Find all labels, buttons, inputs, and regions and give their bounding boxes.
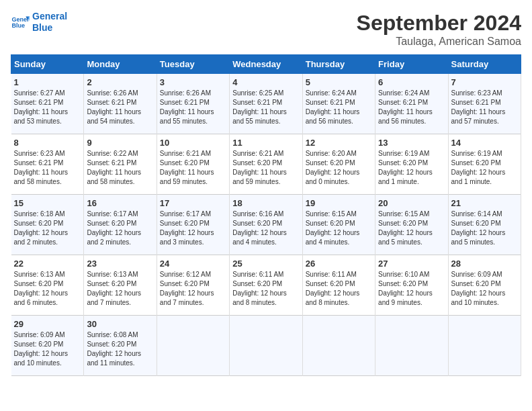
day-info: Sunrise: 6:16 AM Sunset: 6:20 PM Dayligh…	[232, 210, 299, 247]
logo-line2: Blue	[32, 22, 67, 34]
day-number: 24	[160, 259, 226, 269]
header-cell-thursday: Thursday	[302, 55, 375, 74]
day-info: Sunrise: 6:11 AM Sunset: 6:20 PM Dayligh…	[306, 270, 372, 308]
header-cell-saturday: Saturday	[448, 55, 521, 74]
calendar-cell: 7Sunrise: 6:23 AM Sunset: 6:21 PM Daylig…	[448, 74, 521, 134]
calendar-body: 1Sunrise: 6:27 AM Sunset: 6:21 PM Daylig…	[11, 74, 521, 376]
calendar-cell: 22Sunrise: 6:13 AM Sunset: 6:20 PM Dayli…	[11, 255, 84, 316]
day-number: 7	[451, 77, 518, 87]
calendar-cell: 26Sunrise: 6:11 AM Sunset: 6:20 PM Dayli…	[302, 255, 375, 316]
svg-text:Blue: Blue	[11, 22, 25, 29]
day-number: 8	[14, 138, 81, 148]
day-number: 23	[87, 259, 153, 269]
month-title: September 2024	[357, 11, 521, 36]
day-info: Sunrise: 6:22 AM Sunset: 6:21 PM Dayligh…	[87, 149, 153, 187]
day-number: 12	[306, 138, 372, 148]
day-number: 18	[232, 198, 299, 208]
day-info: Sunrise: 6:08 AM Sunset: 6:20 PM Dayligh…	[87, 330, 153, 368]
day-number: 20	[378, 198, 445, 208]
header-cell-tuesday: Tuesday	[157, 55, 229, 74]
day-info: Sunrise: 6:21 AM Sunset: 6:20 PM Dayligh…	[232, 149, 299, 187]
day-number: 14	[451, 138, 518, 148]
day-info: Sunrise: 6:10 AM Sunset: 6:20 PM Dayligh…	[378, 270, 445, 308]
calendar-cell: 24Sunrise: 6:12 AM Sunset: 6:20 PM Dayli…	[157, 255, 229, 316]
calendar-cell: 5Sunrise: 6:24 AM Sunset: 6:21 PM Daylig…	[302, 74, 375, 134]
calendar-week-3: 15Sunrise: 6:18 AM Sunset: 6:20 PM Dayli…	[11, 195, 521, 255]
logo-icon: General Blue	[11, 13, 30, 32]
calendar-cell: 29Sunrise: 6:09 AM Sunset: 6:20 PM Dayli…	[11, 316, 84, 376]
header-cell-wednesday: Wednesday	[230, 55, 302, 74]
day-info: Sunrise: 6:13 AM Sunset: 6:20 PM Dayligh…	[14, 270, 81, 308]
calendar-cell: 14Sunrise: 6:19 AM Sunset: 6:20 PM Dayli…	[448, 134, 521, 195]
day-number: 25	[232, 259, 299, 269]
day-info: Sunrise: 6:21 AM Sunset: 6:20 PM Dayligh…	[160, 149, 226, 187]
day-number: 2	[87, 77, 153, 87]
day-info: Sunrise: 6:12 AM Sunset: 6:20 PM Dayligh…	[160, 270, 226, 308]
day-info: Sunrise: 6:11 AM Sunset: 6:20 PM Dayligh…	[232, 270, 299, 308]
day-number: 30	[87, 319, 153, 329]
day-number: 5	[306, 77, 372, 87]
calendar-cell: 15Sunrise: 6:18 AM Sunset: 6:20 PM Dayli…	[11, 195, 84, 255]
day-info: Sunrise: 6:13 AM Sunset: 6:20 PM Dayligh…	[87, 270, 153, 308]
calendar-week-4: 22Sunrise: 6:13 AM Sunset: 6:20 PM Dayli…	[11, 255, 521, 316]
day-info: Sunrise: 6:19 AM Sunset: 6:20 PM Dayligh…	[451, 149, 518, 187]
calendar-week-1: 1Sunrise: 6:27 AM Sunset: 6:21 PM Daylig…	[11, 74, 521, 134]
day-info: Sunrise: 6:18 AM Sunset: 6:20 PM Dayligh…	[14, 210, 81, 247]
calendar-cell	[230, 316, 302, 376]
calendar-cell: 16Sunrise: 6:17 AM Sunset: 6:20 PM Dayli…	[84, 195, 157, 255]
day-number: 27	[378, 259, 445, 269]
page-header: General Blue General Blue September 2024…	[11, 11, 521, 48]
calendar-cell	[302, 316, 375, 376]
day-number: 4	[232, 77, 299, 87]
day-info: Sunrise: 6:26 AM Sunset: 6:21 PM Dayligh…	[87, 89, 153, 126]
calendar-table: SundayMondayTuesdayWednesdayThursdayFrid…	[11, 54, 521, 376]
day-info: Sunrise: 6:15 AM Sunset: 6:20 PM Dayligh…	[306, 210, 372, 247]
day-info: Sunrise: 6:09 AM Sunset: 6:20 PM Dayligh…	[451, 270, 518, 308]
calendar-cell: 1Sunrise: 6:27 AM Sunset: 6:21 PM Daylig…	[11, 74, 84, 134]
calendar-week-5: 29Sunrise: 6:09 AM Sunset: 6:20 PM Dayli…	[11, 316, 521, 376]
calendar-cell: 10Sunrise: 6:21 AM Sunset: 6:20 PM Dayli…	[157, 134, 229, 195]
day-number: 19	[306, 198, 372, 208]
day-info: Sunrise: 6:23 AM Sunset: 6:21 PM Dayligh…	[14, 149, 81, 187]
day-number: 6	[378, 77, 445, 87]
calendar-cell: 30Sunrise: 6:08 AM Sunset: 6:20 PM Dayli…	[84, 316, 157, 376]
calendar-cell: 4Sunrise: 6:25 AM Sunset: 6:21 PM Daylig…	[230, 74, 302, 134]
day-info: Sunrise: 6:24 AM Sunset: 6:21 PM Dayligh…	[378, 89, 445, 126]
day-info: Sunrise: 6:17 AM Sunset: 6:20 PM Dayligh…	[87, 210, 153, 247]
logo-line1: General	[32, 11, 67, 22]
calendar-cell: 13Sunrise: 6:19 AM Sunset: 6:20 PM Dayli…	[375, 134, 448, 195]
day-info: Sunrise: 6:26 AM Sunset: 6:21 PM Dayligh…	[160, 89, 226, 126]
calendar-cell: 12Sunrise: 6:20 AM Sunset: 6:20 PM Dayli…	[302, 134, 375, 195]
day-number: 9	[87, 138, 153, 148]
day-info: Sunrise: 6:25 AM Sunset: 6:21 PM Dayligh…	[232, 89, 299, 126]
calendar-cell: 28Sunrise: 6:09 AM Sunset: 6:20 PM Dayli…	[448, 255, 521, 316]
day-number: 10	[160, 138, 226, 148]
calendar-cell	[375, 316, 448, 376]
day-info: Sunrise: 6:14 AM Sunset: 6:20 PM Dayligh…	[451, 210, 518, 247]
day-number: 22	[14, 259, 81, 269]
calendar-cell: 25Sunrise: 6:11 AM Sunset: 6:20 PM Dayli…	[230, 255, 302, 316]
calendar-header: SundayMondayTuesdayWednesdayThursdayFrid…	[11, 55, 521, 74]
day-number: 21	[451, 198, 518, 208]
day-info: Sunrise: 6:24 AM Sunset: 6:21 PM Dayligh…	[306, 89, 372, 126]
calendar-cell: 8Sunrise: 6:23 AM Sunset: 6:21 PM Daylig…	[11, 134, 84, 195]
calendar-cell: 11Sunrise: 6:21 AM Sunset: 6:20 PM Dayli…	[230, 134, 302, 195]
calendar-cell: 9Sunrise: 6:22 AM Sunset: 6:21 PM Daylig…	[84, 134, 157, 195]
day-number: 1	[14, 77, 81, 87]
location-title: Taulaga, American Samoa	[357, 36, 521, 48]
calendar-cell	[448, 316, 521, 376]
calendar-cell: 19Sunrise: 6:15 AM Sunset: 6:20 PM Dayli…	[302, 195, 375, 255]
day-number: 16	[87, 198, 153, 208]
day-number: 3	[160, 77, 226, 87]
calendar-cell: 3Sunrise: 6:26 AM Sunset: 6:21 PM Daylig…	[157, 74, 229, 134]
day-info: Sunrise: 6:20 AM Sunset: 6:20 PM Dayligh…	[306, 149, 372, 187]
day-info: Sunrise: 6:23 AM Sunset: 6:21 PM Dayligh…	[451, 89, 518, 126]
day-number: 15	[14, 198, 81, 208]
day-number: 11	[232, 138, 299, 148]
calendar-cell	[157, 316, 229, 376]
day-number: 17	[160, 198, 226, 208]
calendar-cell: 27Sunrise: 6:10 AM Sunset: 6:20 PM Dayli…	[375, 255, 448, 316]
day-number: 28	[451, 259, 518, 269]
day-number: 13	[378, 138, 445, 148]
calendar-cell: 2Sunrise: 6:26 AM Sunset: 6:21 PM Daylig…	[84, 74, 157, 134]
